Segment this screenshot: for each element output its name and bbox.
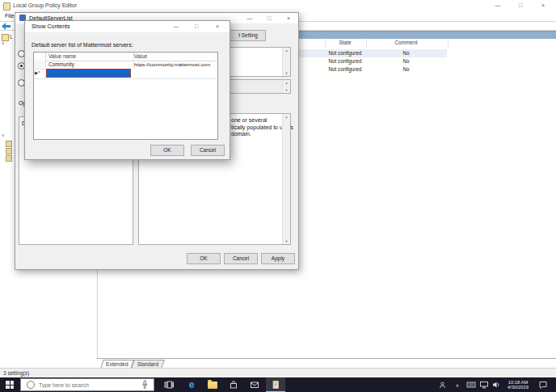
gpedit-app-icon[interactable] bbox=[266, 377, 285, 392]
mail-icon[interactable] bbox=[245, 377, 264, 392]
value-cell[interactable]: https://community.mattermost.com bbox=[132, 61, 217, 69]
task-view-icon[interactable] bbox=[159, 377, 179, 392]
supported-scrollbar[interactable]: ▲ ▼ bbox=[282, 80, 290, 93]
people-icon[interactable] bbox=[436, 377, 448, 392]
gpe-maximize-button[interactable]: □ bbox=[511, 0, 530, 11]
store-icon[interactable] bbox=[224, 377, 243, 392]
value-name-cell[interactable]: Community bbox=[46, 61, 134, 69]
action-center-icon[interactable] bbox=[535, 377, 551, 392]
row-selector-cell[interactable] bbox=[34, 61, 46, 69]
sc-close-button[interactable]: × bbox=[208, 21, 227, 32]
tray-chevron-up-icon[interactable]: ∧ bbox=[453, 377, 462, 392]
speaker-icon[interactable] bbox=[491, 377, 502, 392]
tree-expander-icon[interactable]: ∨ bbox=[2, 40, 5, 45]
tree-root-label[interactable]: L bbox=[10, 34, 13, 40]
gpe-minimize-button[interactable]: — bbox=[488, 0, 508, 11]
new-row-marker: ▶* bbox=[35, 70, 46, 80]
gpe-window-title: Local Group Policy Editor bbox=[13, 2, 77, 8]
taskbar-search[interactable] bbox=[20, 378, 154, 391]
help-scrollbar[interactable]: ▲ ▼ bbox=[282, 114, 290, 244]
scroll-up-icon[interactable]: ▲ bbox=[283, 81, 290, 85]
policy-ok-button[interactable]: OK bbox=[187, 253, 221, 264]
help-text-line: domain. bbox=[231, 131, 251, 137]
new-value-cell[interactable] bbox=[132, 69, 217, 78]
gpe-close-button[interactable]: × bbox=[533, 0, 553, 11]
network-icon[interactable] bbox=[478, 377, 490, 392]
policy-minimize-button[interactable]: — bbox=[240, 13, 259, 23]
grid-row-new[interactable]: ▶* bbox=[34, 69, 217, 79]
comment-scrollbar[interactable]: ▲ ▼ bbox=[282, 48, 290, 76]
taskbar: e ∧ 10:18 AM 4/30 bbox=[0, 377, 556, 392]
touch-keyboard-icon[interactable] bbox=[465, 377, 477, 392]
help-text-line: one or several bbox=[231, 117, 267, 123]
column-separator[interactable] bbox=[324, 40, 326, 47]
show-contents-title: Show Contents bbox=[32, 23, 70, 29]
grid-corner bbox=[34, 53, 46, 61]
scroll-down-icon[interactable]: ▼ bbox=[283, 88, 290, 92]
value-grid: Value name Value Community https://commu… bbox=[33, 52, 218, 140]
search-input[interactable] bbox=[39, 382, 141, 388]
sc-maximize-button[interactable]: □ bbox=[187, 21, 205, 32]
taskbar-clock[interactable]: 10:18 AM 4/30/2019 bbox=[503, 377, 533, 392]
scroll-up-icon[interactable]: ▲ bbox=[283, 115, 290, 119]
start-button[interactable] bbox=[0, 377, 19, 392]
selected-value-name-cell[interactable] bbox=[46, 69, 131, 78]
tree-expander-icon[interactable]: ∨ bbox=[2, 133, 5, 137]
next-setting-button[interactable]: t Setting bbox=[227, 30, 266, 41]
edge-icon[interactable]: e bbox=[182, 377, 201, 392]
gpe-app-icon bbox=[3, 2, 11, 11]
column-header-state[interactable]: State bbox=[325, 39, 365, 47]
scroll-up-icon[interactable]: ▲ bbox=[283, 48, 290, 53]
clock-date: 4/30/2019 bbox=[508, 385, 529, 390]
show-contents-titlebar[interactable]: Show Contents — □ × bbox=[25, 21, 230, 32]
cortana-icon bbox=[27, 381, 35, 389]
tree-node-icon[interactable] bbox=[6, 155, 12, 162]
status-text: 3 setting(s) bbox=[3, 370, 29, 376]
column-separator[interactable] bbox=[365, 40, 367, 47]
column-separator[interactable] bbox=[447, 40, 449, 47]
tree-node-icon[interactable] bbox=[6, 148, 12, 154]
policy-cancel-button[interactable]: Cancel bbox=[224, 253, 258, 264]
sc-minimize-button[interactable]: — bbox=[167, 21, 185, 32]
grid-header-value-name[interactable]: Value name bbox=[46, 53, 134, 61]
policy-apply-button[interactable]: Apply bbox=[261, 253, 295, 264]
back-arrow-icon[interactable] bbox=[2, 23, 11, 30]
grid-header-value[interactable]: Value bbox=[132, 53, 217, 61]
show-contents-label: Default server list of Mattermost server… bbox=[32, 42, 133, 48]
gpe-titlebar[interactable]: Local Group Policy Editor — □ × bbox=[0, 0, 556, 11]
microphone-icon[interactable] bbox=[141, 380, 149, 390]
scroll-down-icon[interactable]: ▼ bbox=[283, 71, 290, 75]
menu-file[interactable]: File bbox=[5, 13, 14, 19]
scroll-down-icon[interactable]: ▼ bbox=[283, 239, 290, 243]
sc-ok-button[interactable]: OK bbox=[150, 145, 184, 156]
policy-maximize-button[interactable]: □ bbox=[259, 13, 279, 23]
sc-cancel-button[interactable]: Cancel bbox=[191, 145, 225, 156]
windows-logo-icon bbox=[6, 381, 14, 389]
show-contents-dialog: Show Contents — □ × Default server list … bbox=[24, 20, 230, 160]
column-header-comment[interactable]: Comment bbox=[365, 39, 447, 47]
file-explorer-icon[interactable] bbox=[203, 377, 222, 392]
tree-node-icon[interactable] bbox=[6, 141, 12, 147]
policy-close-button[interactable]: × bbox=[279, 13, 298, 23]
desktop: Local Group Policy Editor — □ × File L ∨… bbox=[0, 0, 556, 392]
